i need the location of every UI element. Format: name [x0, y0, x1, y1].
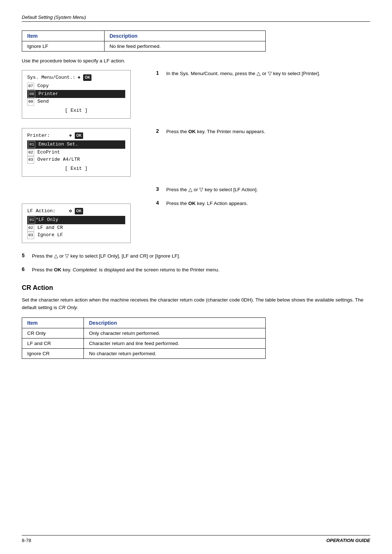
ok-badge-2: OK — [75, 132, 83, 139]
step-6-text: Press the OK key. Completed. is displaye… — [32, 266, 220, 274]
table-row: CR OnlyOnly character return performed. — [22, 328, 266, 338]
num-03: 03 — [27, 156, 34, 164]
lcd-row-08: 08 Printer — [27, 90, 125, 98]
lcd-area-1: Sys. Menu/Count.: ❖ OK 07 Copy 08 Printe… — [22, 70, 145, 124]
procedure-intro: Use the procedure below to specify a LF … — [22, 58, 370, 63]
step-1-text: In the Sys. Menu/Count. menu, press the … — [166, 70, 320, 77]
lcd-screen-2: Printer: ❖ OK 01 Emulation Set. 02 EcoPr… — [22, 128, 131, 177]
steps-full: 5 Press the △ or ▽ key to select [LF Onl… — [22, 253, 370, 274]
num-02: 02 — [27, 149, 34, 156]
lcd-row-09: 09 Send — [27, 98, 125, 106]
lcd-row-03: 03 Override A4/LTR — [27, 156, 125, 164]
steps-right-3: 3 Press the △ or ▽ key to select [LF Act… — [156, 186, 370, 249]
steps-right-1: 1 In the Sys. Menu/Count. menu, press th… — [156, 70, 370, 124]
num-lf-03: 03 — [27, 232, 34, 239]
cr-table-col-item: Item — [22, 317, 84, 328]
lcd-exit-2: [ Exit ] — [27, 165, 125, 173]
table-row: LF and CRCharacter return and line feed … — [22, 338, 266, 348]
step-5: 5 Press the △ or ▽ key to select [LF Onl… — [22, 253, 370, 260]
step-4-text: Press the OK key. LF Action appears. — [166, 200, 248, 207]
operation-guide: OPERATION GUIDE — [326, 538, 370, 543]
table-row: Ignore LFNo line feed performed. — [22, 41, 266, 52]
lcd-title-2: Printer: ❖ OK — [27, 132, 125, 140]
arrow-icon-2: ❖ — [69, 132, 72, 140]
step-2-number: 2 — [156, 128, 163, 134]
step-3: 3 Press the △ or ▽ key to select [LF Act… — [156, 186, 370, 193]
num-lf-01: 01 — [28, 217, 35, 224]
lcd-title-3: LF Action: ✿ OK — [27, 208, 125, 215]
step-5-text: Press the △ or ▽ key to select [LF Only]… — [32, 253, 180, 260]
lcd-screen-3: LF Action: ✿ OK 01*LF Only 02 LF and CR … — [22, 204, 131, 243]
lcd-title-text: Sys. Menu/Count.: — [27, 74, 75, 82]
num-07: 07 — [27, 83, 34, 90]
step-3-number: 3 — [156, 186, 163, 192]
cr-table-col-description: Description — [84, 317, 266, 328]
header-title: Default Setting (System Menu) — [22, 15, 86, 20]
lcd-exit-1: [ Exit ] — [27, 107, 125, 115]
table-col-description: Description — [104, 31, 265, 41]
lf-action-table: Item Description Ignore LFNo line feed p… — [22, 30, 266, 52]
lcd-area-3: LF Action: ✿ OK 01*LF Only 02 LF and CR … — [22, 186, 145, 249]
arrow-icon: ❖ — [78, 74, 81, 82]
lcd-row-02: 02 EcoPrint — [27, 149, 125, 156]
page-header: Default Setting (System Menu) — [22, 15, 370, 22]
cr-action-description: Set the character return action when the… — [22, 296, 370, 312]
page-number: 8-78 — [22, 538, 31, 543]
table-cell-desc: Only character return performed. — [84, 328, 266, 338]
step-5-number: 5 — [22, 253, 28, 258]
num-lf-02: 02 — [27, 225, 34, 232]
lcd-screen-1: Sys. Menu/Count.: ❖ OK 07 Copy 08 Printe… — [22, 70, 131, 119]
num-01: 01 — [28, 141, 35, 148]
table-cell-desc: No line feed performed. — [104, 41, 265, 52]
lcd-row-lf-02: 02 LF and CR — [27, 224, 125, 232]
table-row: Ignore CRNo character return performed. — [22, 348, 266, 358]
step-4: 4 Press the OK key. LF Action appears. — [156, 200, 370, 207]
step-6-number: 6 — [22, 266, 28, 272]
step-4-number: 4 — [156, 200, 163, 206]
steps-section-1: Sys. Menu/Count.: ❖ OK 07 Copy 08 Printe… — [22, 70, 370, 124]
step-2-text: Press the OK key. The Printer menu appea… — [166, 128, 265, 135]
steps-section-3: LF Action: ✿ OK 01*LF Only 02 LF and CR … — [22, 186, 370, 249]
steps-right-2: 2 Press the OK key. The Printer menu app… — [156, 128, 370, 182]
table-cell-desc: Character return and line feed performed… — [84, 338, 266, 348]
step-3-text: Press the △ or ▽ key to select [LF Actio… — [166, 186, 258, 193]
ok-badge-3: OK — [75, 208, 83, 214]
num-09: 09 — [27, 98, 34, 106]
num-08: 08 — [28, 91, 35, 98]
table-cell-desc: No character return performed. — [84, 348, 266, 358]
lcd-title-text-3: LF Action: — [27, 208, 67, 215]
steps-section-2: Printer: ❖ OK 01 Emulation Set. 02 EcoPr… — [22, 128, 370, 182]
table-cell-item: Ignore LF — [22, 41, 105, 52]
step-6: 6 Press the OK key. Completed. is displa… — [22, 266, 370, 274]
table-cell-item: LF and CR — [22, 338, 84, 348]
lcd-row-01: 01 Emulation Set. — [27, 140, 125, 149]
lcd-area-2: Printer: ❖ OK 01 Emulation Set. 02 EcoPr… — [22, 128, 145, 182]
cr-action-heading: CR Action — [22, 284, 370, 292]
lcd-title-text-2: Printer: — [27, 132, 67, 140]
page-footer: 8-78 OPERATION GUIDE — [22, 535, 370, 543]
settings-icon: ✿ — [69, 208, 72, 215]
lcd-row-lf-03: 03 Ignore LF — [27, 231, 125, 239]
lcd-row-lf-01: 01*LF Only — [27, 216, 125, 224]
ok-badge: OK — [83, 74, 91, 81]
lcd-title-1: Sys. Menu/Count.: ❖ OK — [27, 74, 125, 82]
step-1: 1 In the Sys. Menu/Count. menu, press th… — [156, 70, 370, 77]
table-col-item: Item — [22, 31, 105, 41]
cr-action-table: Item Description CR OnlyOnly character r… — [22, 317, 266, 359]
table-cell-item: Ignore CR — [22, 348, 84, 358]
step-2: 2 Press the OK key. The Printer menu app… — [156, 128, 370, 135]
table-cell-item: CR Only — [22, 328, 84, 338]
step-1-number: 1 — [156, 70, 163, 76]
lcd-row-07: 07 Copy — [27, 82, 125, 90]
